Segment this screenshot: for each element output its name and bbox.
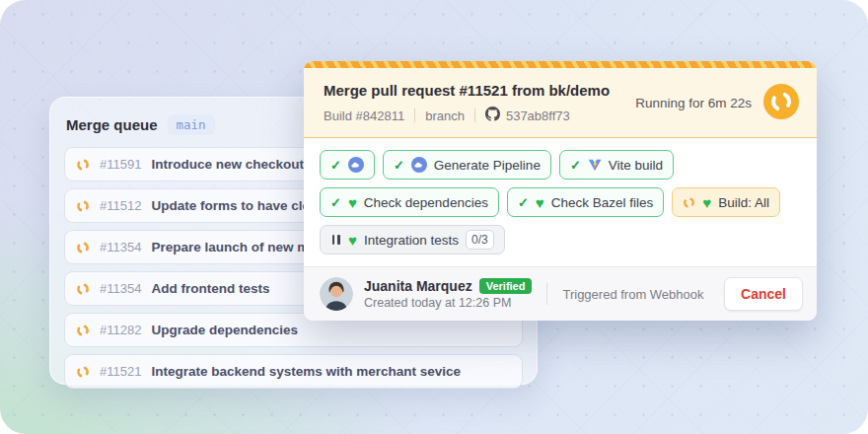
running-spinner-icon [76, 199, 90, 213]
build-branch-label: branch [425, 108, 465, 123]
step-label: Generate Pipeline [434, 158, 541, 173]
pause-icon [330, 235, 341, 245]
step-chip[interactable]: ✓Generate Pipeline [383, 150, 551, 180]
step-chip[interactable]: ✓♥Check dependencies [320, 187, 499, 217]
queue-item-id: #11512 [100, 198, 141, 213]
pipeline-cloud-icon [348, 157, 364, 173]
running-spinner-icon [76, 241, 90, 254]
check-icon: ✓ [330, 196, 341, 209]
queue-item-id: #11354 [100, 240, 141, 254]
running-spinner-icon [683, 196, 695, 209]
step-label: Check dependencies [364, 195, 488, 210]
trigger-source: Triggered from Webhook [562, 287, 703, 302]
progress-stripe [304, 61, 817, 68]
check-icon: ✓ [518, 196, 529, 209]
hero-panel: Merge queue main #11591 Introduce new ch… [0, 0, 868, 434]
running-spinner-icon [76, 365, 90, 379]
step-label: Check Bazel files [551, 195, 654, 210]
step-label: Integration tests [364, 233, 459, 248]
github-icon [485, 107, 500, 124]
running-spinner-icon [763, 84, 799, 123]
build-title: Merge pull request #11521 from bk/demo [324, 82, 610, 99]
queue-title: Merge queue [66, 116, 158, 133]
queue-item-id: #11521 [100, 364, 141, 379]
step-chip[interactable]: ♥Build: All [672, 187, 780, 217]
footer-divider [546, 283, 547, 305]
vite-icon [588, 158, 602, 172]
created-timestamp: Created today at 12:26 PM [364, 296, 532, 310]
queue-item-title: Introduce new checkout b [151, 157, 316, 172]
author-block: Juanita Marquez Verified Created today a… [364, 278, 532, 310]
step-chip[interactable]: ✓♥Check Bazel files [507, 187, 664, 217]
queue-item-title: Update forms to have clea [151, 198, 317, 213]
build-meta: Build #842811 branch 537ab8ff73 [324, 107, 610, 124]
green-heart-icon: ♥ [348, 233, 357, 248]
step-label: Vite build [609, 158, 663, 173]
queue-item-title: Integrate backend systems with merchant … [151, 364, 461, 379]
check-icon: ✓ [394, 159, 404, 172]
running-duration: Running for 6m 22s [635, 96, 752, 110]
step-chip-list: ✓✓Generate Pipeline✓Vite build✓♥Check de… [304, 138, 817, 266]
commit-link[interactable]: 537ab8ff73 [485, 107, 570, 124]
queue-item-id: #11282 [100, 323, 141, 337]
running-spinner-icon [76, 324, 90, 337]
running-spinner-icon [76, 282, 90, 296]
check-icon: ✓ [570, 159, 581, 172]
build-number[interactable]: Build #842811 [324, 108, 404, 123]
verified-badge: Verified [479, 278, 533, 294]
build-header-left: Merge pull request #11521 from bk/demo B… [324, 82, 610, 124]
queue-item-id: #11354 [100, 281, 141, 296]
branch-badge[interactable]: main [168, 114, 215, 135]
green-heart-icon: ♥ [536, 195, 544, 210]
step-chip[interactable]: ♥Integration tests0/3 [320, 225, 505, 254]
build-card: Merge pull request #11521 from bk/demo B… [304, 61, 817, 321]
green-heart-icon: ♥ [702, 195, 711, 210]
step-chip[interactable]: ✓ [320, 150, 375, 180]
step-count-badge: 0/3 [466, 230, 494, 250]
queue-item-id: #11591 [100, 157, 141, 172]
queue-item-title: Prepare launch of new ma [151, 240, 316, 254]
step-chip[interactable]: ✓Vite build [559, 150, 674, 180]
check-icon: ✓ [330, 159, 341, 172]
commit-sha: 537ab8ff73 [506, 108, 570, 123]
cancel-button[interactable]: Cancel [724, 277, 803, 311]
meta-divider [414, 108, 415, 122]
running-spinner-icon [76, 158, 90, 172]
queue-item-title: Upgrade dependencies [151, 323, 298, 337]
queue-item-title: Add frontend tests [151, 281, 269, 296]
queue-row[interactable]: #11521 Integrate backend systems with me… [64, 354, 523, 389]
pipeline-cloud-icon [411, 157, 427, 173]
avatar [320, 277, 353, 311]
build-footer: Juanita Marquez Verified Created today a… [304, 266, 817, 321]
step-label: Build: All [718, 195, 769, 210]
green-heart-icon: ♥ [348, 195, 357, 210]
meta-divider [474, 108, 475, 122]
build-header: Merge pull request #11521 from bk/demo B… [304, 68, 817, 138]
build-header-right: Running for 6m 22s [635, 84, 799, 123]
author-name: Juanita Marquez [364, 278, 472, 294]
